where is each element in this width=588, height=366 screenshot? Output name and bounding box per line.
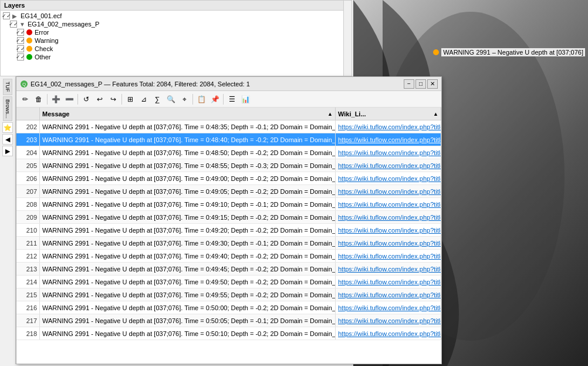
- close-button[interactable]: ✕: [427, 79, 438, 89]
- wiki-link[interactable]: https://wiki.tuflow.com/index.php?title=…: [338, 317, 441, 324]
- table-row[interactable]: 209WARNING 2991 - Negative U depth at [0…: [16, 211, 441, 224]
- wiki-link[interactable]: https://wiki.tuflow.com/index.php?title=…: [338, 240, 441, 247]
- cell-wiki[interactable]: https://wiki.tuflow.com/index.php?title=…: [336, 159, 441, 172]
- table-row[interactable]: 202WARNING 2991 - Negative U depth at [0…: [16, 120, 441, 133]
- toolbar-btn-paste[interactable]: 📌: [208, 93, 221, 106]
- cell-wiki[interactable]: https://wiki.tuflow.com/index.php?title=…: [336, 250, 441, 262]
- toolbar-btn-undo[interactable]: ↩: [93, 93, 106, 106]
- layer-item-error[interactable]: ✓ Error: [3, 28, 349, 36]
- cell-wiki[interactable]: https://wiki.tuflow.com/index.php?title=…: [336, 133, 441, 146]
- cell-wiki[interactable]: https://wiki.tuflow.com/index.php?title=…: [336, 237, 441, 249]
- toolbar-btn-filter[interactable]: ⊿: [137, 93, 150, 106]
- cell-rownum: 202: [16, 120, 40, 133]
- toolbar-btn-columns[interactable]: ⊞: [124, 93, 137, 106]
- wiki-link[interactable]: https://wiki.tuflow.com/index.php?title=…: [338, 330, 441, 337]
- wiki-link[interactable]: https://wiki.tuflow.com/index.php?title=…: [338, 149, 441, 156]
- side-tab-tuf[interactable]: TUF: [3, 79, 12, 95]
- layer-checkbox-eg14-002[interactable]: ✓: [10, 21, 17, 28]
- photo-warning-text: WARNING 2991 – Negative U depth at [037;…: [441, 48, 585, 56]
- side-icon-star[interactable]: ⭐: [2, 122, 13, 133]
- toolbar-btn-remove-row[interactable]: ➖: [63, 93, 76, 106]
- layer-item-check[interactable]: ✓ Check: [3, 45, 349, 53]
- layer-item-warning[interactable]: ✓ Warning: [3, 36, 349, 45]
- layer-item-eg14-002[interactable]: ✓ ▼ EG14_002_messages_P: [3, 20, 349, 28]
- toolbar-btn-redo[interactable]: ↪: [107, 93, 120, 106]
- wiki-link[interactable]: https://wiki.tuflow.com/index.php?title=…: [338, 123, 441, 130]
- cell-wiki[interactable]: https://wiki.tuflow.com/index.php?title=…: [336, 314, 441, 327]
- table-row[interactable]: 212WARNING 2991 - Negative U depth at [0…: [16, 250, 441, 263]
- cell-wiki[interactable]: https://wiki.tuflow.com/index.php?title=…: [336, 224, 441, 236]
- toolbar-btn-delete[interactable]: 🗑: [32, 93, 45, 106]
- table-row[interactable]: 205WARNING 2991 - Negative U depth at [0…: [16, 159, 441, 172]
- side-icon-back[interactable]: ◀: [2, 134, 13, 145]
- wiki-link[interactable]: https://wiki.tuflow.com/index.php?title=…: [338, 278, 441, 286]
- layer-item-eg14-001[interactable]: ✓ ▶ EG14_001.ecf: [3, 12, 349, 20]
- cell-wiki[interactable]: https://wiki.tuflow.com/index.php?title=…: [336, 120, 441, 133]
- table-row[interactable]: 216WARNING 2991 - Negative U depth at [0…: [16, 301, 441, 314]
- cell-wiki[interactable]: https://wiki.tuflow.com/index.php?title=…: [336, 211, 441, 223]
- wiki-link[interactable]: https://wiki.tuflow.com/index.php?title=…: [338, 175, 441, 182]
- toolbar-btn-refresh[interactable]: ↺: [80, 93, 93, 106]
- toolbar-btn-edit[interactable]: ✏: [19, 93, 32, 106]
- table-row[interactable]: 215WARNING 2991 - Negative U depth at [0…: [16, 288, 441, 301]
- table-row[interactable]: 208WARNING 2991 - Negative U depth at [0…: [16, 198, 441, 211]
- cell-message: WARNING 2991 - Negative U depth at [037;…: [40, 250, 336, 262]
- wiki-link[interactable]: https://wiki.tuflow.com/index.php?title=…: [338, 201, 441, 208]
- wiki-link[interactable]: https://wiki.tuflow.com/index.php?title=…: [338, 162, 441, 169]
- toolbar-btn-pan[interactable]: ⌖: [178, 93, 191, 106]
- wiki-link[interactable]: https://wiki.tuflow.com/index.php?title=…: [338, 266, 441, 273]
- color-dot-other: [26, 54, 32, 60]
- wiki-link[interactable]: https://wiki.tuflow.com/index.php?title=…: [338, 304, 441, 311]
- table-row[interactable]: ▶210WARNING 2991 - Negative U depth at […: [16, 224, 441, 237]
- table-row[interactable]: 207WARNING 2991 - Negative U depth at [0…: [16, 185, 441, 198]
- expand-icon-eg14-002[interactable]: ▼: [19, 21, 25, 28]
- wiki-link[interactable]: https://wiki.tuflow.com/index.php?title=…: [338, 188, 441, 195]
- table-row[interactable]: 217WARNING 2991 - Negative U depth at [0…: [16, 314, 441, 327]
- expand-icon-eg14-001[interactable]: ▶: [12, 13, 18, 19]
- toolbar-btn-filter-expr[interactable]: ∑: [151, 93, 164, 106]
- cell-wiki[interactable]: https://wiki.tuflow.com/index.php?title=…: [336, 146, 441, 159]
- layer-checkbox-warning[interactable]: ✓: [17, 37, 24, 44]
- cell-message: WARNING 2991 - Negative U depth at [037;…: [40, 172, 336, 184]
- wiki-link[interactable]: https://wiki.tuflow.com/index.php?title=…: [338, 253, 441, 260]
- layer-checkbox-check[interactable]: ✓: [17, 45, 24, 52]
- wiki-link[interactable]: https://wiki.tuflow.com/index.php?title=…: [338, 227, 441, 234]
- header-wiki[interactable]: Wiki_Li... ▲: [336, 108, 441, 120]
- toolbar-btn-zoom-map[interactable]: 🔍: [164, 93, 177, 106]
- cell-wiki[interactable]: https://wiki.tuflow.com/index.php?title=…: [336, 288, 441, 301]
- cell-wiki[interactable]: https://wiki.tuflow.com/index.php?title=…: [336, 172, 441, 184]
- layer-item-other[interactable]: ✓ Other: [3, 53, 349, 61]
- toolbar-btn-copy[interactable]: 📋: [195, 93, 208, 106]
- layer-checkbox-other[interactable]: ✓: [17, 53, 24, 61]
- wiki-link[interactable]: https://wiki.tuflow.com/index.php?title=…: [338, 136, 441, 143]
- layer-checkbox-eg14-001[interactable]: ✓: [3, 12, 10, 19]
- header-message[interactable]: Message ▲: [40, 108, 336, 120]
- table-row[interactable]: 206WARNING 2991 - Negative U depth at [0…: [16, 172, 441, 185]
- toolbar-btn-new-row[interactable]: ➕: [49, 93, 62, 106]
- toolbar-btn-organize[interactable]: ☰: [225, 93, 238, 106]
- window-titlebar: Q EG14_002_messages_P — Features Total: …: [16, 77, 441, 91]
- table-row[interactable]: ▶203WARNING 2991 - Negative U depth at […: [16, 133, 441, 146]
- layers-scrollbar[interactable]: [343, 1, 352, 76]
- table-row[interactable]: 204WARNING 2991 - Negative U depth at [0…: [16, 146, 441, 159]
- cell-wiki[interactable]: https://wiki.tuflow.com/index.php?title=…: [336, 301, 441, 314]
- cell-wiki[interactable]: https://wiki.tuflow.com/index.php?title=…: [336, 263, 441, 275]
- layer-checkbox-error[interactable]: ✓: [17, 29, 24, 36]
- color-dot-check: [26, 46, 32, 52]
- cell-wiki[interactable]: https://wiki.tuflow.com/index.php?title=…: [336, 276, 441, 288]
- table-row[interactable]: 213WARNING 2991 - Negative U depth at [0…: [16, 263, 441, 276]
- table-row[interactable]: 218WARNING 2991 - Negative U depth at [0…: [16, 327, 441, 340]
- cell-message: WARNING 2991 - Negative U depth at [037;…: [40, 314, 336, 327]
- table-row[interactable]: 211WARNING 2991 - Negative U depth at [0…: [16, 237, 441, 250]
- side-tab-brows[interactable]: Brows...: [3, 96, 12, 122]
- cell-wiki[interactable]: https://wiki.tuflow.com/index.php?title=…: [336, 198, 441, 210]
- side-icon-forward[interactable]: ▶: [2, 146, 13, 156]
- maximize-button[interactable]: □: [415, 79, 426, 89]
- minimize-button[interactable]: −: [404, 79, 414, 89]
- wiki-link[interactable]: https://wiki.tuflow.com/index.php?title=…: [338, 291, 441, 298]
- toolbar-btn-stats[interactable]: 📊: [239, 93, 252, 106]
- table-row[interactable]: 214WARNING 2991 - Negative U depth at [0…: [16, 276, 441, 288]
- cell-wiki[interactable]: https://wiki.tuflow.com/index.php?title=…: [336, 185, 441, 197]
- cell-wiki[interactable]: https://wiki.tuflow.com/index.php?title=…: [336, 327, 441, 340]
- wiki-link[interactable]: https://wiki.tuflow.com/index.php?title=…: [338, 214, 441, 221]
